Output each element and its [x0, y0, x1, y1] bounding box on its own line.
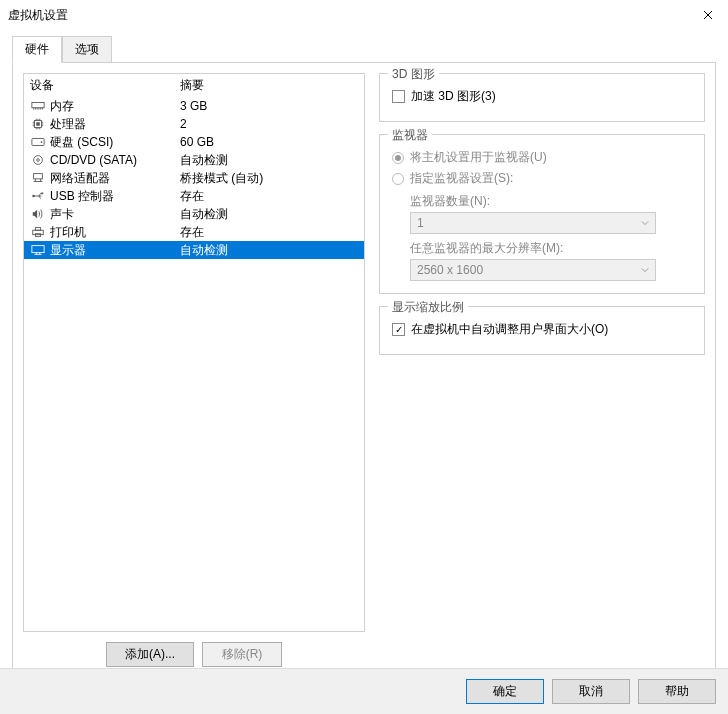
device-summary: 自动检测	[180, 206, 358, 223]
device-summary: 桥接模式 (自动)	[180, 170, 358, 187]
printer-icon	[30, 225, 46, 239]
device-name: 内存	[50, 98, 180, 115]
accelerate-3d-checkbox[interactable]	[392, 90, 405, 103]
device-summary: 存在	[180, 224, 358, 241]
device-row[interactable]: 声卡自动检测	[24, 205, 364, 223]
svg-rect-13	[32, 246, 44, 253]
use-host-label: 将主机设置用于监视器(U)	[410, 149, 547, 166]
tab-hardware[interactable]: 硬件	[12, 36, 62, 63]
device-name: 显示器	[50, 242, 180, 259]
device-summary: 自动检测	[180, 152, 358, 169]
cancel-button[interactable]: 取消	[552, 679, 630, 704]
ok-button[interactable]: 确定	[466, 679, 544, 704]
device-row[interactable]: 处理器2	[24, 115, 364, 133]
device-row[interactable]: CD/DVD (SATA)自动检测	[24, 151, 364, 169]
device-row[interactable]: 网络适配器桥接模式 (自动)	[24, 169, 364, 187]
device-summary: 存在	[180, 188, 358, 205]
svg-rect-11	[35, 228, 40, 231]
svg-point-6	[37, 159, 40, 162]
use-host-radio[interactable]	[392, 152, 404, 164]
device-summary: 3 GB	[180, 99, 358, 113]
auto-scale-checkbox[interactable]	[392, 323, 405, 336]
close-button[interactable]	[688, 0, 728, 30]
device-row[interactable]: USB 控制器存在	[24, 187, 364, 205]
device-row[interactable]: 内存3 GB	[24, 97, 364, 115]
auto-scale-label: 在虚拟机中自动调整用户界面大小(O)	[411, 321, 608, 338]
svg-rect-2	[36, 122, 40, 126]
help-button[interactable]: 帮助	[638, 679, 716, 704]
network-icon	[30, 171, 46, 185]
close-icon	[703, 10, 713, 20]
svg-rect-0	[32, 103, 44, 108]
accelerate-3d-label: 加速 3D 图形(3)	[411, 88, 496, 105]
column-header-device: 设备	[30, 77, 180, 94]
monitor-count-select[interactable]: 1	[410, 212, 656, 234]
specify-monitors-radio[interactable]	[392, 173, 404, 185]
chevron-down-icon	[641, 266, 649, 274]
cpu-icon	[30, 117, 46, 131]
device-name: 打印机	[50, 224, 180, 241]
device-name: CD/DVD (SATA)	[50, 153, 180, 167]
add-button[interactable]: 添加(A)...	[106, 642, 194, 667]
device-list: 设备 摘要 内存3 GB处理器2硬盘 (SCSI)60 GBCD/DVD (SA…	[23, 73, 365, 632]
device-row[interactable]: 硬盘 (SCSI)60 GB	[24, 133, 364, 151]
group-display-scaling: 显示缩放比例	[388, 299, 468, 316]
device-summary: 2	[180, 117, 358, 131]
device-summary: 自动检测	[180, 242, 358, 259]
monitor-count-label: 监视器数量(N):	[410, 193, 692, 210]
device-name: 硬盘 (SCSI)	[50, 134, 180, 151]
max-resolution-select[interactable]: 2560 x 1600	[410, 259, 656, 281]
max-resolution-label: 任意监视器的最大分辨率(M):	[410, 240, 692, 257]
device-name: 网络适配器	[50, 170, 180, 187]
device-name: USB 控制器	[50, 188, 180, 205]
memory-icon	[30, 99, 46, 113]
tab-options[interactable]: 选项	[62, 36, 112, 62]
svg-point-5	[34, 156, 43, 165]
group-3d-graphics: 3D 图形	[388, 66, 439, 83]
svg-rect-7	[34, 174, 43, 179]
window-title: 虚拟机设置	[8, 7, 688, 24]
sound-icon	[30, 207, 46, 221]
specify-monitors-label: 指定监视器设置(S):	[410, 170, 513, 187]
svg-rect-9	[42, 193, 44, 195]
hdd-icon	[30, 135, 46, 149]
device-name: 声卡	[50, 206, 180, 223]
disc-icon	[30, 153, 46, 167]
device-row[interactable]: 打印机存在	[24, 223, 364, 241]
device-row[interactable]: 显示器自动检测	[24, 241, 364, 259]
device-summary: 60 GB	[180, 135, 358, 149]
chevron-down-icon	[641, 219, 649, 227]
remove-button[interactable]: 移除(R)	[202, 642, 282, 667]
svg-point-4	[41, 141, 43, 143]
group-monitors: 监视器	[388, 127, 432, 144]
display-icon	[30, 243, 46, 257]
usb-icon	[30, 189, 46, 203]
device-name: 处理器	[50, 116, 180, 133]
column-header-summary: 摘要	[180, 77, 358, 94]
